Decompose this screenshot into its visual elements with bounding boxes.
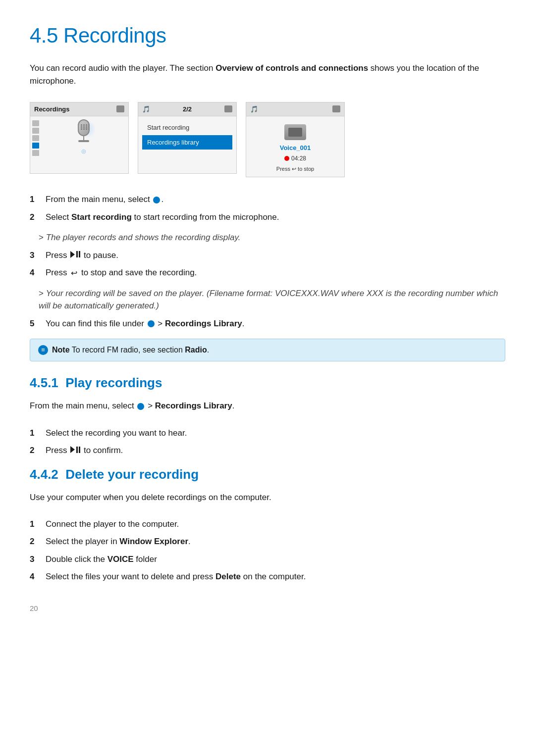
play-intro: From the main menu, select > Recordings … [30, 400, 505, 412]
ss1-sidebar [32, 118, 39, 156]
note-box: ≡ Note To record FM radio, see section R… [30, 339, 505, 361]
ss2-header: 🎵 2/2 [138, 102, 236, 117]
step-4: 4 Press ↩ to stop and save the recording… [30, 266, 505, 279]
result-2: Your recording will be saved on the play… [30, 287, 505, 312]
ss2-icon-left: 🎵 [142, 104, 150, 114]
page-number: 20 [30, 603, 505, 614]
result-1: The player records and shows the recordi… [30, 231, 505, 244]
ss1-main: ◎ [41, 118, 126, 156]
play-triangle-2 [70, 446, 75, 453]
step-2: 2 Select Start recording to start record… [30, 211, 505, 224]
delete-step-2: 2 Select the player in Window Explorer. [30, 535, 505, 548]
ss1-icon-2 [32, 128, 39, 134]
ss2-counter: 2/2 [183, 104, 192, 114]
intro-paragraph: You can record audio with the player. Th… [30, 62, 505, 88]
ss2-icon-right [224, 105, 232, 112]
ss2-body: Start recording Recordings library [138, 116, 236, 153]
play-step-2: 2 Press to confirm. [30, 444, 505, 457]
inline-mic-icon-1 [153, 197, 160, 203]
ss1-icon [116, 105, 124, 112]
delete-intro: Use your computer when you delete record… [30, 491, 505, 504]
ss3-header: 🎵 [246, 102, 344, 117]
step-5: 5 You can find this file under > Recordi… [30, 317, 505, 330]
play-steps-list: 1 Select the recording you want to hear.… [30, 427, 505, 457]
ss2-recordings-library: Recordings library [142, 135, 232, 150]
recording-steps-list-3: 5 You can find this file under > Recordi… [30, 317, 505, 330]
screenshot-start-recording: 🎵 2/2 Start recording Recordings library [138, 102, 237, 174]
pause-bars [76, 251, 80, 257]
ss1-icon-5 [32, 150, 39, 156]
page-title: 4.5 Recordings [30, 20, 505, 51]
ss2-start-recording: Start recording [142, 120, 232, 135]
delete-steps-list: 1 Connect the player to the computer. 2 … [30, 518, 505, 583]
recording-indicator [284, 156, 289, 161]
delete-step-4: 4 Select the files your want to delete a… [30, 570, 505, 583]
ss1-icon-3 [32, 135, 39, 141]
play-pause-icon-1 [69, 251, 81, 258]
step-3: 3 Press to pause. [30, 249, 505, 262]
ss1-title: Recordings [34, 104, 70, 114]
ss1-body: ◎ [30, 116, 128, 158]
note-icon: ≡ [38, 345, 48, 355]
ss3-icon-right [332, 105, 340, 112]
ss3-device [284, 124, 306, 140]
pause-bars-2 [76, 447, 80, 453]
screenshot-active-recording: 🎵 Voice_001 04:28 Press ↩ to stop [246, 102, 345, 178]
ss1-icon-1 [32, 120, 39, 126]
section-delete-title: 4.4.2 Delete your recording [30, 465, 505, 484]
screenshot-recordings-menu: Recordings [30, 102, 129, 174]
recording-steps-list: 1 From the main menu, select . 2 Select … [30, 193, 505, 223]
screenshots-row: Recordings [30, 102, 505, 178]
play-triangle [70, 251, 75, 258]
ss1-header: Recordings [30, 102, 128, 117]
inline-mic-icon-2 [148, 320, 155, 327]
play-step-1: 1 Select the recording you want to hear. [30, 427, 505, 440]
play-pause-icon-2 [69, 446, 81, 453]
ss3-timer: 04:28 [284, 154, 306, 163]
section-play-title: 4.5.1 Play recordings [30, 373, 505, 393]
ss3-filename: Voice_001 [280, 143, 311, 153]
back-icon: ↩ [71, 267, 77, 279]
ss1-icon-4 [32, 143, 39, 149]
ss3-body: Voice_001 04:28 Press ↩ to stop [246, 116, 344, 177]
microphone-icon [74, 119, 93, 145]
delete-step-1: 1 Connect the player to the computer. [30, 518, 505, 531]
mic-glow-effect: ◎ [81, 147, 86, 155]
note-text: Note To record FM radio, see section Rad… [52, 344, 209, 356]
ss3-stop-text: Press ↩ to stop [276, 165, 314, 173]
ss3-icon-left: 🎵 [250, 104, 258, 114]
inline-mic-icon-3 [137, 403, 144, 410]
recording-steps-list-2: 3 Press to pause. 4 Press ↩ to stop and … [30, 249, 505, 279]
step-1: 1 From the main menu, select . [30, 193, 505, 206]
delete-step-3: 3 Double click the VOICE folder [30, 553, 505, 566]
